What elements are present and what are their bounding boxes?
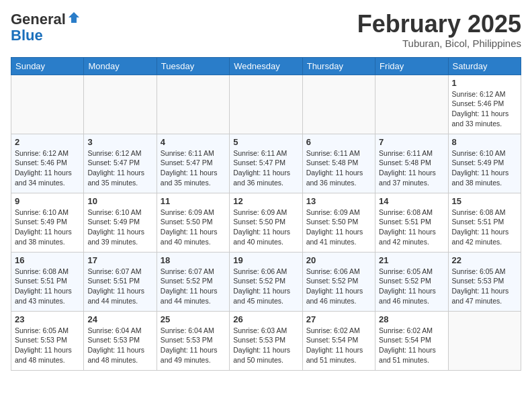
day-info: Sunrise: 6:06 AM Sunset: 5:52 PM Dayligh… — [233, 267, 298, 306]
calendar-cell — [11, 75, 84, 134]
calendar-cell: 25Sunrise: 6:04 AM Sunset: 5:53 PM Dayli… — [157, 311, 229, 370]
day-number: 8 — [452, 137, 517, 147]
day-info: Sunrise: 6:09 AM Sunset: 5:50 PM Dayligh… — [161, 208, 226, 247]
day-info: Sunrise: 6:09 AM Sunset: 5:50 PM Dayligh… — [233, 208, 298, 247]
calendar-cell: 26Sunrise: 6:03 AM Sunset: 5:53 PM Dayli… — [230, 311, 302, 370]
day-number: 25 — [161, 314, 226, 324]
calendar-cell: 9Sunrise: 6:10 AM Sunset: 5:49 PM Daylig… — [11, 193, 84, 252]
day-number: 3 — [87, 137, 152, 147]
calendar-cell: 24Sunrise: 6:04 AM Sunset: 5:53 PM Dayli… — [84, 311, 157, 370]
day-number: 11 — [161, 196, 226, 206]
calendar-week-5: 23Sunrise: 6:05 AM Sunset: 5:53 PM Dayli… — [11, 311, 521, 370]
calendar-cell: 21Sunrise: 6:05 AM Sunset: 5:52 PM Dayli… — [375, 252, 448, 311]
logo: General Blue — [11, 11, 81, 44]
logo-general-text: General — [11, 11, 66, 28]
calendar-cell: 4Sunrise: 6:11 AM Sunset: 5:47 PM Daylig… — [157, 134, 229, 193]
day-info: Sunrise: 6:11 AM Sunset: 5:48 PM Dayligh… — [306, 148, 371, 188]
day-info: Sunrise: 6:11 AM Sunset: 5:47 PM Dayligh… — [233, 148, 298, 188]
day-info: Sunrise: 6:12 AM Sunset: 5:46 PM Dayligh… — [452, 89, 517, 129]
weekday-header-friday: Friday — [375, 57, 448, 75]
day-number: 2 — [15, 137, 80, 147]
calendar-cell — [157, 75, 229, 134]
day-info: Sunrise: 6:06 AM Sunset: 5:52 PM Dayligh… — [306, 267, 371, 306]
calendar-cell — [448, 311, 521, 370]
logo-icon — [67, 11, 81, 24]
calendar-cell: 11Sunrise: 6:09 AM Sunset: 5:50 PM Dayli… — [157, 193, 229, 252]
weekday-header-sunday: Sunday — [11, 57, 84, 75]
calendar-cell: 5Sunrise: 6:11 AM Sunset: 5:47 PM Daylig… — [230, 134, 302, 193]
day-number: 5 — [233, 137, 298, 147]
weekday-header-row: SundayMondayTuesdayWednesdayThursdayFrid… — [11, 57, 521, 75]
calendar-cell: 1Sunrise: 6:12 AM Sunset: 5:46 PM Daylig… — [448, 75, 521, 134]
day-number: 9 — [15, 196, 80, 206]
day-info: Sunrise: 6:10 AM Sunset: 5:49 PM Dayligh… — [87, 208, 152, 247]
day-number: 17 — [87, 255, 152, 265]
calendar-subtitle: Tuburan, Bicol, Philippines — [357, 38, 521, 49]
calendar-cell: 3Sunrise: 6:12 AM Sunset: 5:47 PM Daylig… — [84, 134, 157, 193]
day-number: 12 — [233, 196, 298, 206]
day-number: 27 — [306, 314, 371, 324]
day-info: Sunrise: 6:02 AM Sunset: 5:54 PM Dayligh… — [379, 326, 444, 365]
calendar-cell — [302, 75, 375, 134]
calendar-cell: 7Sunrise: 6:11 AM Sunset: 5:48 PM Daylig… — [375, 134, 448, 193]
day-info: Sunrise: 6:07 AM Sunset: 5:51 PM Dayligh… — [87, 267, 152, 306]
calendar-cell — [230, 75, 302, 134]
day-number: 4 — [161, 137, 226, 147]
calendar-cell: 8Sunrise: 6:10 AM Sunset: 5:49 PM Daylig… — [448, 134, 521, 193]
day-info: Sunrise: 6:07 AM Sunset: 5:52 PM Dayligh… — [161, 267, 226, 306]
day-number: 10 — [87, 196, 152, 206]
calendar-cell: 12Sunrise: 6:09 AM Sunset: 5:50 PM Dayli… — [230, 193, 302, 252]
calendar-cell — [84, 75, 157, 134]
day-number: 7 — [379, 137, 444, 147]
page-header: General Blue February 2025 Tuburan, Bico… — [11, 11, 521, 49]
day-number: 14 — [379, 196, 444, 206]
calendar-week-1: 1Sunrise: 6:12 AM Sunset: 5:46 PM Daylig… — [11, 75, 521, 134]
calendar-cell: 10Sunrise: 6:10 AM Sunset: 5:49 PM Dayli… — [84, 193, 157, 252]
calendar-cell: 6Sunrise: 6:11 AM Sunset: 5:48 PM Daylig… — [302, 134, 375, 193]
day-number: 1 — [452, 78, 517, 88]
day-number: 6 — [306, 137, 371, 147]
day-info: Sunrise: 6:12 AM Sunset: 5:47 PM Dayligh… — [87, 148, 152, 188]
calendar-cell: 15Sunrise: 6:08 AM Sunset: 5:51 PM Dayli… — [448, 193, 521, 252]
day-info: Sunrise: 6:11 AM Sunset: 5:47 PM Dayligh… — [161, 148, 226, 188]
calendar-cell — [375, 75, 448, 134]
day-info: Sunrise: 6:08 AM Sunset: 5:51 PM Dayligh… — [15, 267, 80, 306]
day-info: Sunrise: 6:12 AM Sunset: 5:46 PM Dayligh… — [15, 148, 80, 188]
day-number: 26 — [233, 314, 298, 324]
calendar-cell: 27Sunrise: 6:02 AM Sunset: 5:54 PM Dayli… — [302, 311, 375, 370]
day-number: 28 — [379, 314, 444, 324]
day-info: Sunrise: 6:08 AM Sunset: 5:51 PM Dayligh… — [452, 208, 517, 247]
logo-blue-text: Blue — [11, 27, 43, 44]
day-info: Sunrise: 6:10 AM Sunset: 5:49 PM Dayligh… — [15, 208, 80, 247]
svg-marker-0 — [69, 12, 79, 23]
calendar-cell: 2Sunrise: 6:12 AM Sunset: 5:46 PM Daylig… — [11, 134, 84, 193]
weekday-header-tuesday: Tuesday — [157, 57, 229, 75]
day-info: Sunrise: 6:05 AM Sunset: 5:53 PM Dayligh… — [452, 267, 517, 306]
calendar-cell: 16Sunrise: 6:08 AM Sunset: 5:51 PM Dayli… — [11, 252, 84, 311]
day-number: 21 — [379, 255, 444, 265]
calendar-cell: 18Sunrise: 6:07 AM Sunset: 5:52 PM Dayli… — [157, 252, 229, 311]
day-number: 15 — [452, 196, 517, 206]
weekday-header-monday: Monday — [84, 57, 157, 75]
day-info: Sunrise: 6:02 AM Sunset: 5:54 PM Dayligh… — [306, 326, 371, 365]
day-info: Sunrise: 6:05 AM Sunset: 5:52 PM Dayligh… — [379, 267, 444, 306]
calendar-cell: 14Sunrise: 6:08 AM Sunset: 5:51 PM Dayli… — [375, 193, 448, 252]
day-info: Sunrise: 6:03 AM Sunset: 5:53 PM Dayligh… — [233, 326, 298, 365]
title-area: February 2025 Tuburan, Bicol, Philippine… — [357, 11, 521, 49]
day-info: Sunrise: 6:09 AM Sunset: 5:50 PM Dayligh… — [306, 208, 371, 247]
calendar-week-3: 9Sunrise: 6:10 AM Sunset: 5:49 PM Daylig… — [11, 193, 521, 252]
calendar-cell: 13Sunrise: 6:09 AM Sunset: 5:50 PM Dayli… — [302, 193, 375, 252]
calendar-week-2: 2Sunrise: 6:12 AM Sunset: 5:46 PM Daylig… — [11, 134, 521, 193]
weekday-header-thursday: Thursday — [302, 57, 375, 75]
day-number: 19 — [233, 255, 298, 265]
day-number: 16 — [15, 255, 80, 265]
calendar-table: SundayMondayTuesdayWednesdayThursdayFrid… — [11, 57, 521, 371]
day-info: Sunrise: 6:11 AM Sunset: 5:48 PM Dayligh… — [379, 148, 444, 188]
calendar-cell: 20Sunrise: 6:06 AM Sunset: 5:52 PM Dayli… — [302, 252, 375, 311]
day-number: 24 — [87, 314, 152, 324]
day-number: 23 — [15, 314, 80, 324]
calendar-cell: 22Sunrise: 6:05 AM Sunset: 5:53 PM Dayli… — [448, 252, 521, 311]
calendar-week-4: 16Sunrise: 6:08 AM Sunset: 5:51 PM Dayli… — [11, 252, 521, 311]
calendar-title: February 2025 — [357, 11, 521, 38]
day-info: Sunrise: 6:04 AM Sunset: 5:53 PM Dayligh… — [87, 326, 152, 365]
